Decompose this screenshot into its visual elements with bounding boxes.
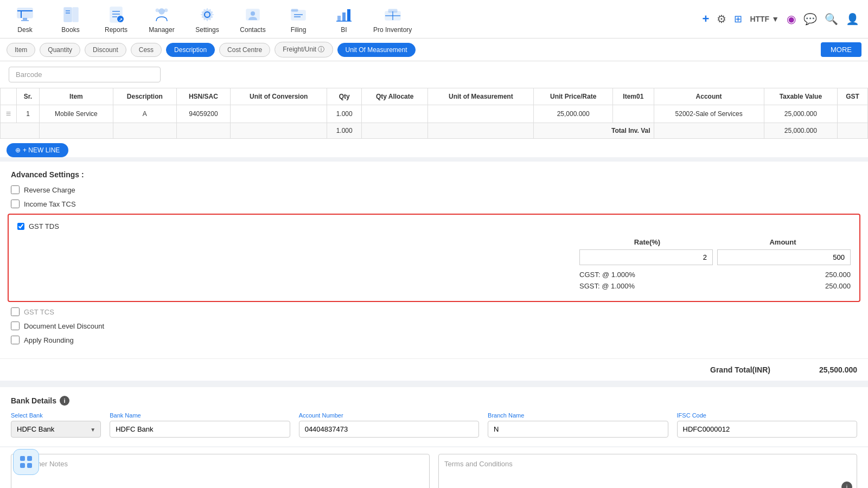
tab-quantity[interactable]: Quantity bbox=[40, 43, 80, 57]
income-tax-tcs-checkbox[interactable] bbox=[11, 200, 20, 208]
tab-item[interactable]: Item bbox=[7, 43, 35, 57]
gst-tcs-checkbox[interactable] bbox=[11, 307, 20, 316]
row-qty-allocate[interactable] bbox=[362, 105, 428, 123]
nav-desk[interactable]: Desk bbox=[9, 4, 41, 34]
reverse-charge-checkbox[interactable] bbox=[11, 185, 20, 194]
branch-name-input[interactable] bbox=[488, 421, 668, 438]
user-icon[interactable]: 👤 bbox=[846, 12, 859, 25]
nav-reports-label: Reports bbox=[105, 26, 127, 34]
ifsc-code-field: IFSC Code bbox=[677, 412, 857, 438]
nav-manager-label: Manager bbox=[149, 26, 174, 34]
row-hsn-sac[interactable]: 94059200 bbox=[176, 105, 230, 123]
terms-conditions-label: Terms and Conditions bbox=[444, 460, 513, 468]
nav-settings[interactable]: Settings bbox=[191, 4, 224, 34]
row-drag[interactable]: ≡ bbox=[1, 105, 17, 123]
row-unit-price[interactable]: 25,000.000 bbox=[534, 105, 613, 123]
nav-bi[interactable]: BI bbox=[328, 4, 360, 34]
select-bank-input[interactable]: HDFC Bank bbox=[11, 421, 101, 438]
row-account[interactable]: 52002-Sale of Services bbox=[654, 105, 764, 123]
account-number-field: Account Number bbox=[299, 412, 479, 438]
total-inv-val-label: Total Inv. Val bbox=[534, 123, 654, 139]
gear-icon[interactable]: ⚙ bbox=[717, 12, 726, 25]
row-item[interactable]: Mobile Service bbox=[40, 105, 113, 123]
row-unit-measurement[interactable] bbox=[428, 105, 534, 123]
gst-tds-label: GST TDS bbox=[29, 222, 59, 230]
tab-cost-centre[interactable]: Cost Centre bbox=[219, 43, 270, 57]
svg-point-17 bbox=[164, 9, 168, 12]
profile-circle-icon[interactable]: ◉ bbox=[787, 12, 796, 25]
col-sr: Sr. bbox=[17, 88, 40, 105]
tab-cess[interactable]: Cess bbox=[131, 43, 162, 57]
row-item01[interactable] bbox=[613, 105, 654, 123]
total-empty-gst bbox=[838, 123, 868, 139]
tab-description[interactable]: Description bbox=[166, 43, 215, 57]
invoice-table-section: Sr. Item Description HSN/SAC Unit of Con… bbox=[0, 88, 868, 157]
bank-name-input[interactable] bbox=[110, 421, 290, 438]
search-icon[interactable]: 🔍 bbox=[825, 12, 838, 25]
more-button[interactable]: MORE bbox=[821, 42, 861, 57]
barcode-input[interactable] bbox=[9, 67, 161, 82]
nav-filing[interactable]: Filing bbox=[282, 4, 315, 34]
notes-section: Customer Notes Terms and Conditions i bbox=[0, 447, 868, 488]
bi-icon bbox=[334, 4, 354, 25]
svg-point-15 bbox=[159, 9, 164, 14]
col-account: Account bbox=[654, 88, 764, 105]
manager-icon bbox=[151, 4, 172, 25]
document-level-discount-row: Document Level Discount bbox=[11, 322, 857, 330]
nav-reports[interactable]: ↗ Reports bbox=[100, 4, 132, 34]
bank-details-title: Bank Details i bbox=[11, 396, 857, 406]
svg-rect-1 bbox=[17, 10, 33, 11]
reports-icon: ↗ bbox=[106, 4, 126, 25]
total-empty4 bbox=[176, 123, 230, 139]
col-qty: Qty bbox=[327, 88, 362, 105]
col-unit-conversion: Unit of Conversion bbox=[231, 88, 327, 105]
bank-info-icon[interactable]: i bbox=[60, 396, 69, 406]
terms-conditions-box[interactable]: Terms and Conditions i bbox=[438, 454, 857, 488]
gst-tds-checkbox[interactable] bbox=[17, 223, 24, 230]
select-bank-field: Select Bank HDFC Bank bbox=[11, 412, 101, 438]
rate-input[interactable] bbox=[579, 249, 713, 265]
tab-unit-of-measurement[interactable]: Unit Of Measurement bbox=[337, 43, 416, 57]
notification-icon[interactable]: 💬 bbox=[803, 12, 817, 25]
customer-notes-box[interactable]: Customer Notes bbox=[11, 454, 430, 488]
tab-bar: Item Quantity Discount Cess Description … bbox=[0, 38, 868, 61]
tab-freight-unit[interactable]: Freight/Unit ⓘ bbox=[275, 42, 333, 57]
ifsc-code-label: IFSC Code bbox=[677, 412, 857, 419]
gst-tds-header: GST TDS bbox=[17, 222, 851, 230]
col-description: Description bbox=[113, 88, 176, 105]
tab-discount[interactable]: Discount bbox=[85, 43, 126, 57]
nav-contacts[interactable]: Contacts bbox=[237, 4, 269, 34]
branch-name-label: Branch Name bbox=[488, 412, 668, 419]
row-gst[interactable] bbox=[838, 105, 868, 123]
document-level-discount-checkbox[interactable] bbox=[11, 322, 20, 330]
cgst-label: CGST: @ 1.000% bbox=[579, 271, 635, 279]
grid-icon[interactable]: ⊞ bbox=[734, 13, 742, 25]
ifsc-code-input[interactable] bbox=[677, 421, 857, 438]
row-taxable-value[interactable]: 25,000.000 bbox=[764, 105, 838, 123]
bank-name-label: Bank Name bbox=[110, 412, 290, 419]
col-taxable-value: Taxable Value bbox=[764, 88, 838, 105]
nav-books[interactable]: Books bbox=[54, 4, 87, 34]
account-number-input[interactable] bbox=[299, 421, 479, 438]
svg-rect-25 bbox=[337, 16, 341, 21]
advanced-settings-title: Advanced Settings : bbox=[11, 170, 857, 179]
new-line-plus-icon: ⊕ bbox=[15, 146, 21, 154]
total-row: 1.000 Total Inv. Val 25,000.000 bbox=[1, 123, 868, 139]
nav-manager[interactable]: Manager bbox=[145, 4, 178, 34]
apply-rounding-checkbox[interactable] bbox=[11, 336, 20, 344]
grand-total-row: Grand Total(INR) 25,500.000 bbox=[0, 358, 868, 381]
bottom-grid-button[interactable] bbox=[13, 449, 39, 475]
row-qty[interactable]: 1.000 bbox=[327, 105, 362, 123]
sgst-label: SGST: @ 1.000% bbox=[579, 282, 635, 290]
new-line-button[interactable]: ⊕ + NEW LINE bbox=[7, 143, 68, 157]
amount-input[interactable] bbox=[717, 249, 851, 265]
nav-pro-inventory[interactable]: Pro Inventory bbox=[373, 4, 412, 34]
svg-rect-6 bbox=[73, 8, 78, 22]
terms-info-icon[interactable]: i bbox=[841, 481, 852, 488]
row-unit-conversion[interactable] bbox=[231, 105, 327, 123]
invoice-table: Sr. Item Description HSN/SAC Unit of Con… bbox=[0, 88, 868, 139]
row-description[interactable]: A bbox=[113, 105, 176, 123]
add-icon[interactable]: + bbox=[703, 12, 710, 26]
filing-icon bbox=[288, 4, 309, 25]
col-item: Item bbox=[40, 88, 113, 105]
